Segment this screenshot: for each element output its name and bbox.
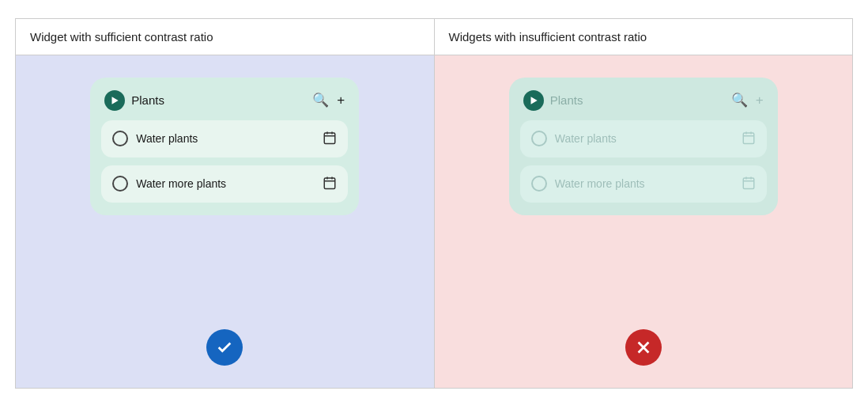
good-calendar-icon-2	[323, 176, 337, 192]
bad-widget-title: Plants	[550, 93, 731, 107]
good-task-label-1: Water plants	[136, 132, 316, 145]
bad-checkbox-2[interactable]	[531, 176, 547, 192]
bad-status-badge	[625, 329, 662, 366]
svg-rect-10	[743, 133, 754, 144]
comparison-table: Widget with sufficient contrast ratio Pl…	[15, 18, 853, 389]
x-icon	[635, 339, 652, 356]
bad-column-body: Plants 🔍 + Water plants	[435, 55, 853, 388]
good-column-header: Widget with sufficient contrast ratio	[16, 19, 434, 55]
bad-task-row-1: Water plants	[520, 120, 767, 157]
bad-widget-actions: 🔍 +	[731, 92, 764, 108]
good-status-badge	[206, 329, 243, 366]
calendar-svg-2	[323, 176, 337, 190]
good-column: Widget with sufficient contrast ratio Pl…	[16, 19, 435, 388]
bad-search-icon[interactable]: 🔍	[731, 92, 748, 108]
bad-app-icon	[523, 90, 544, 111]
good-widget-actions: 🔍 +	[312, 92, 345, 108]
calendar-svg-bad-1	[742, 131, 756, 145]
check-icon	[216, 339, 233, 356]
good-task-row-1: Water plants	[101, 120, 348, 157]
bad-task-label-1: Water plants	[555, 132, 735, 145]
svg-rect-14	[743, 178, 754, 189]
good-column-body: Plants 🔍 + Water plants	[16, 55, 434, 388]
good-calendar-icon-1	[323, 131, 337, 147]
good-app-icon	[104, 90, 125, 111]
play-icon-bad	[528, 95, 539, 106]
good-add-icon[interactable]: +	[337, 93, 345, 108]
good-widget-header: Plants 🔍 +	[101, 90, 348, 111]
good-search-icon[interactable]: 🔍	[312, 92, 329, 108]
good-checkbox-1[interactable]	[112, 131, 128, 146]
bad-widget-header: Plants 🔍 +	[520, 90, 767, 111]
bad-column-header: Widgets with insufficient contrast ratio	[435, 19, 853, 55]
play-icon	[109, 95, 120, 106]
svg-marker-9	[530, 97, 537, 104]
bad-widget-card: Plants 🔍 + Water plants	[509, 78, 778, 215]
bad-add-icon[interactable]: +	[756, 93, 764, 108]
svg-rect-5	[325, 178, 336, 189]
bad-calendar-icon-2	[742, 176, 756, 192]
calendar-svg-1	[323, 131, 337, 145]
bad-checkbox-1[interactable]	[531, 131, 547, 146]
good-widget-card: Plants 🔍 + Water plants	[90, 78, 359, 215]
bad-calendar-icon-1	[742, 131, 756, 147]
bad-column: Widgets with insufficient contrast ratio…	[435, 19, 853, 388]
bad-task-row-2: Water more plants	[520, 165, 767, 203]
good-widget-title: Plants	[131, 93, 312, 107]
good-task-row-2: Water more plants	[101, 165, 348, 203]
good-checkbox-2[interactable]	[112, 176, 128, 192]
bad-task-label-2: Water more plants	[555, 177, 735, 190]
calendar-svg-bad-2	[742, 176, 756, 190]
svg-marker-0	[112, 97, 119, 104]
good-task-label-2: Water more plants	[136, 177, 316, 190]
svg-rect-1	[325, 133, 336, 144]
